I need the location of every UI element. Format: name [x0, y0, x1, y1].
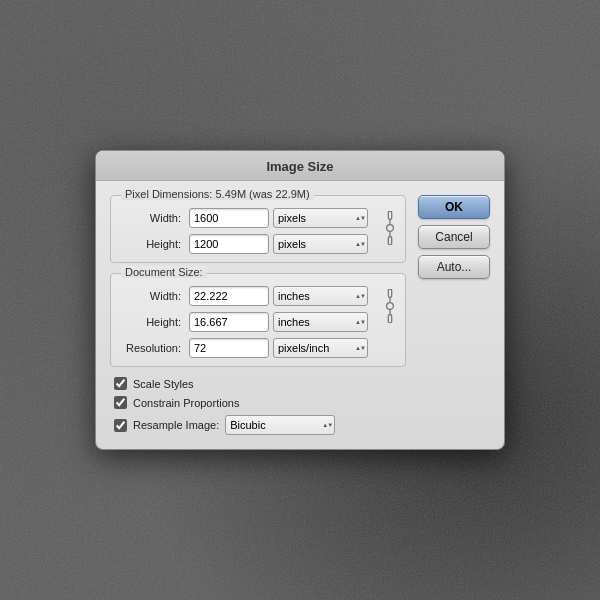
- doc-height-input[interactable]: [189, 312, 269, 332]
- constrain-proportions-row: Constrain Proportions: [114, 396, 402, 409]
- ok-button[interactable]: OK: [418, 195, 490, 219]
- doc-height-row: Height: inches cm mm points picas percen…: [119, 312, 379, 332]
- pixel-width-unit-wrapper: pixels percent: [273, 208, 368, 228]
- resolution-unit-wrapper: pixels/inch pixels/cm: [273, 338, 368, 358]
- doc-width-input[interactable]: [189, 286, 269, 306]
- resolution-unit-select[interactable]: pixels/inch pixels/cm: [273, 338, 368, 358]
- pixel-dimensions-label: Pixel Dimensions: 5.49M (was 22.9M): [121, 188, 314, 200]
- dialog-body: Pixel Dimensions: 5.49M (was 22.9M) Widt…: [96, 181, 504, 449]
- resample-label: Resample Image:: [133, 419, 219, 431]
- image-size-dialog: Image Size Pixel Dimensions: 5.49M (was …: [95, 150, 505, 450]
- doc-width-label: Width:: [119, 290, 189, 302]
- doc-width-unit-wrapper: inches cm mm points picas percent: [273, 286, 368, 306]
- svg-point-7: [387, 303, 394, 310]
- pixel-height-input[interactable]: [189, 234, 269, 254]
- doc-height-unit-select[interactable]: inches cm mm points picas percent: [273, 312, 368, 332]
- constrain-proportions-checkbox[interactable]: [114, 396, 127, 409]
- constrain-proportions-label: Constrain Proportions: [133, 397, 239, 409]
- doc-rows: Width: inches cm mm points picas percent: [119, 280, 379, 332]
- resample-method-wrapper: Nearest Neighbor Bilinear Bicubic Bicubi…: [225, 415, 335, 435]
- document-size-group: Document Size: Width: inches cm mm: [110, 273, 406, 367]
- svg-rect-0: [388, 211, 391, 220]
- svg-rect-4: [388, 237, 391, 246]
- button-panel: OK Cancel Auto...: [418, 195, 490, 435]
- resample-method-select[interactable]: Nearest Neighbor Bilinear Bicubic Bicubi…: [225, 415, 335, 435]
- left-panel: Pixel Dimensions: 5.49M (was 22.9M) Widt…: [110, 195, 406, 435]
- resolution-input[interactable]: [189, 338, 269, 358]
- pixel-height-row: Height: pixels percent: [119, 234, 379, 254]
- checkboxes-section: Scale Styles Constrain Proportions Resam…: [110, 377, 406, 435]
- scale-styles-label: Scale Styles: [133, 378, 194, 390]
- pixel-width-row: Width: pixels percent: [119, 208, 379, 228]
- svg-rect-9: [388, 315, 391, 324]
- pixel-height-label: Height:: [119, 238, 189, 250]
- pixel-height-unit-select[interactable]: pixels percent: [273, 234, 368, 254]
- resolution-row: Resolution: pixels/inch pixels/cm: [119, 338, 397, 358]
- pixel-chain-wrapper: Width: pixels percent Height:: [119, 202, 397, 254]
- resample-checkbox[interactable]: [114, 419, 127, 432]
- pixel-width-input[interactable]: [189, 208, 269, 228]
- doc-chain-wrapper: Width: inches cm mm points picas percent: [119, 280, 397, 332]
- resolution-label: Resolution:: [119, 342, 189, 354]
- pixel-width-unit-select[interactable]: pixels percent: [273, 208, 368, 228]
- pixel-chain-icon: [383, 211, 397, 245]
- svg-rect-5: [388, 289, 391, 298]
- doc-height-unit-wrapper: inches cm mm points picas percent: [273, 312, 368, 332]
- scale-styles-row: Scale Styles: [114, 377, 402, 390]
- pixel-width-label: Width:: [119, 212, 189, 224]
- doc-width-unit-select[interactable]: inches cm mm points picas percent: [273, 286, 368, 306]
- doc-chain-icon: [383, 289, 397, 323]
- resample-row: Resample Image: Nearest Neighbor Bilinea…: [114, 415, 402, 435]
- doc-width-row: Width: inches cm mm points picas percent: [119, 286, 379, 306]
- auto-button[interactable]: Auto...: [418, 255, 490, 279]
- svg-point-2: [387, 225, 394, 232]
- dialog-title-bar: Image Size: [96, 151, 504, 181]
- doc-height-label: Height:: [119, 316, 189, 328]
- scale-styles-checkbox[interactable]: [114, 377, 127, 390]
- pixel-rows: Width: pixels percent Height:: [119, 202, 379, 254]
- document-size-label: Document Size:: [121, 266, 207, 278]
- dialog-title: Image Size: [266, 159, 333, 174]
- cancel-button[interactable]: Cancel: [418, 225, 490, 249]
- pixel-height-unit-wrapper: pixels percent: [273, 234, 368, 254]
- pixel-dimensions-group: Pixel Dimensions: 5.49M (was 22.9M) Widt…: [110, 195, 406, 263]
